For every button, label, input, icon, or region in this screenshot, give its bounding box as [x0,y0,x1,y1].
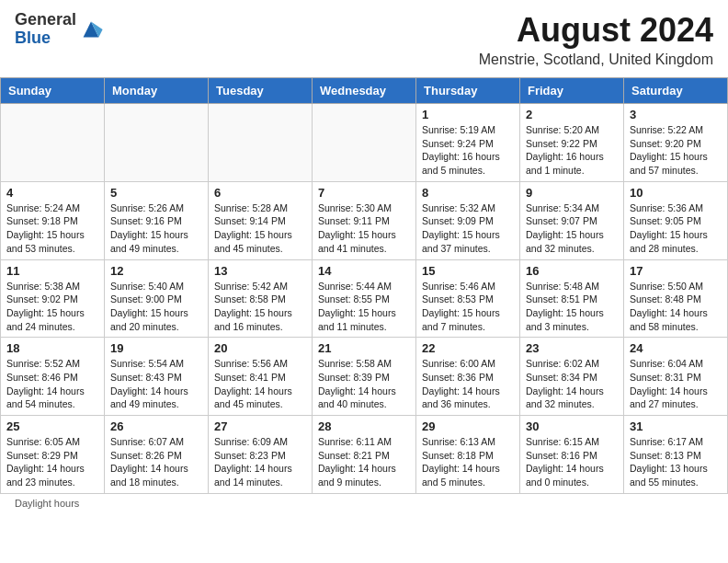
calendar-cell: 12Sunrise: 5:40 AM Sunset: 9:00 PM Dayli… [105,259,209,338]
calendar-header-tuesday: Tuesday [209,78,313,104]
calendar-cell: 20Sunrise: 5:56 AM Sunset: 8:41 PM Dayli… [209,338,313,416]
day-number: 30 [526,419,618,433]
day-info: Sunrise: 5:52 AM Sunset: 8:46 PM Dayligh… [6,357,98,411]
page-header: General Blue August 2024 Menstrie, Scotl… [0,0,728,74]
day-info: Sunrise: 5:22 AM Sunset: 9:20 PM Dayligh… [630,123,722,178]
day-number: 6 [214,186,306,200]
calendar-cell: 11Sunrise: 5:38 AM Sunset: 9:02 PM Dayli… [1,259,105,338]
calendar-cell: 25Sunrise: 6:05 AM Sunset: 8:29 PM Dayli… [1,416,105,494]
day-info: Sunrise: 6:05 AM Sunset: 8:29 PM Dayligh… [6,435,98,489]
day-number: 14 [318,264,410,278]
calendar-cell: 29Sunrise: 6:13 AM Sunset: 8:18 PM Dayli… [416,416,520,494]
calendar-cell: 15Sunrise: 5:46 AM Sunset: 8:53 PM Dayli… [416,259,520,338]
day-number: 5 [110,186,202,200]
day-number: 2 [526,108,618,121]
calendar-cell: 23Sunrise: 6:02 AM Sunset: 8:34 PM Dayli… [520,338,624,416]
day-number: 11 [6,264,98,278]
calendar-cell: 22Sunrise: 6:00 AM Sunset: 8:36 PM Dayli… [416,338,520,416]
day-number: 16 [526,264,618,278]
calendar-cell: 30Sunrise: 6:15 AM Sunset: 8:16 PM Dayli… [520,416,624,494]
calendar-header-wednesday: Wednesday [313,78,416,104]
day-number: 28 [318,419,410,433]
calendar-cell: 27Sunrise: 6:09 AM Sunset: 8:23 PM Dayli… [209,416,313,494]
calendar-cell: 18Sunrise: 5:52 AM Sunset: 8:46 PM Dayli… [1,338,105,416]
calendar-cell: 9Sunrise: 5:34 AM Sunset: 9:07 PM Daylig… [520,181,624,259]
footer-note: Daylight hours [0,494,728,514]
day-info: Sunrise: 6:11 AM Sunset: 8:21 PM Dayligh… [318,435,410,489]
logo-general: General [15,11,76,29]
day-info: Sunrise: 5:48 AM Sunset: 8:51 PM Dayligh… [526,280,618,334]
day-number: 29 [422,419,514,433]
calendar-cell: 13Sunrise: 5:42 AM Sunset: 8:58 PM Dayli… [209,259,313,338]
day-number: 26 [110,419,202,433]
day-number: 8 [422,186,514,200]
title-section: August 2024 Menstrie, Scotland, United K… [104,11,713,68]
calendar-cell: 2Sunrise: 5:20 AM Sunset: 9:22 PM Daylig… [520,104,624,182]
calendar-header-row: SundayMondayTuesdayWednesdayThursdayFrid… [1,78,728,104]
calendar-week-row: 1Sunrise: 5:19 AM Sunset: 9:24 PM Daylig… [1,104,728,182]
day-number: 10 [630,186,722,200]
day-number: 19 [110,341,202,355]
calendar-cell: 14Sunrise: 5:44 AM Sunset: 8:55 PM Dayli… [313,259,416,338]
calendar-cell: 4Sunrise: 5:24 AM Sunset: 9:18 PM Daylig… [1,181,105,259]
day-info: Sunrise: 5:42 AM Sunset: 8:58 PM Dayligh… [214,280,306,334]
day-info: Sunrise: 6:07 AM Sunset: 8:26 PM Dayligh… [110,435,202,489]
day-info: Sunrise: 5:24 AM Sunset: 9:18 PM Dayligh… [6,201,98,256]
logo-icon [78,17,104,42]
day-number: 15 [422,264,514,278]
calendar-cell [105,104,209,182]
day-info: Sunrise: 5:28 AM Sunset: 9:14 PM Dayligh… [214,201,306,256]
day-info: Sunrise: 5:20 AM Sunset: 9:22 PM Dayligh… [526,123,618,178]
calendar-header-friday: Friday [520,78,624,104]
calendar-cell: 8Sunrise: 5:32 AM Sunset: 9:09 PM Daylig… [416,181,520,259]
calendar-cell: 19Sunrise: 5:54 AM Sunset: 8:43 PM Dayli… [105,338,209,416]
logo: General Blue [15,11,104,48]
day-info: Sunrise: 5:46 AM Sunset: 8:53 PM Dayligh… [422,280,514,334]
calendar-cell: 3Sunrise: 5:22 AM Sunset: 9:20 PM Daylig… [624,104,728,182]
calendar-cell: 5Sunrise: 5:26 AM Sunset: 9:16 PM Daylig… [105,181,209,259]
day-info: Sunrise: 6:13 AM Sunset: 8:18 PM Dayligh… [422,435,514,489]
day-number: 13 [214,264,306,278]
calendar-header-thursday: Thursday [416,78,520,104]
day-info: Sunrise: 5:58 AM Sunset: 8:39 PM Dayligh… [318,357,410,411]
daylight-note: Daylight hours [15,498,79,509]
day-number: 20 [214,341,306,355]
calendar-cell [209,104,313,182]
day-info: Sunrise: 6:09 AM Sunset: 8:23 PM Dayligh… [214,435,306,489]
day-number: 22 [422,341,514,355]
day-info: Sunrise: 6:02 AM Sunset: 8:34 PM Dayligh… [526,357,618,411]
day-number: 1 [422,108,514,121]
day-number: 18 [6,341,98,355]
day-number: 7 [318,186,410,200]
day-info: Sunrise: 6:00 AM Sunset: 8:36 PM Dayligh… [422,357,514,411]
day-info: Sunrise: 5:50 AM Sunset: 8:48 PM Dayligh… [630,280,722,334]
location: Menstrie, Scotland, United Kingdom [104,52,713,68]
day-info: Sunrise: 5:26 AM Sunset: 9:16 PM Dayligh… [110,201,202,256]
calendar-cell: 17Sunrise: 5:50 AM Sunset: 8:48 PM Dayli… [624,259,728,338]
day-number: 3 [630,108,722,121]
calendar-week-row: 11Sunrise: 5:38 AM Sunset: 9:02 PM Dayli… [1,259,728,338]
day-info: Sunrise: 5:34 AM Sunset: 9:07 PM Dayligh… [526,201,618,256]
day-info: Sunrise: 5:38 AM Sunset: 9:02 PM Dayligh… [6,280,98,334]
calendar-cell: 6Sunrise: 5:28 AM Sunset: 9:14 PM Daylig… [209,181,313,259]
calendar-header-sunday: Sunday [1,78,105,104]
day-info: Sunrise: 5:36 AM Sunset: 9:05 PM Dayligh… [630,201,722,256]
calendar-cell [1,104,105,182]
calendar-cell [313,104,416,182]
day-number: 9 [526,186,618,200]
day-number: 17 [630,264,722,278]
calendar-cell: 7Sunrise: 5:30 AM Sunset: 9:11 PM Daylig… [313,181,416,259]
day-info: Sunrise: 5:30 AM Sunset: 9:11 PM Dayligh… [318,201,410,256]
calendar-cell: 24Sunrise: 6:04 AM Sunset: 8:31 PM Dayli… [624,338,728,416]
calendar-cell: 21Sunrise: 5:58 AM Sunset: 8:39 PM Dayli… [313,338,416,416]
calendar-cell: 16Sunrise: 5:48 AM Sunset: 8:51 PM Dayli… [520,259,624,338]
day-number: 24 [630,341,722,355]
calendar-week-row: 18Sunrise: 5:52 AM Sunset: 8:46 PM Dayli… [1,338,728,416]
calendar-week-row: 4Sunrise: 5:24 AM Sunset: 9:18 PM Daylig… [1,181,728,259]
day-number: 23 [526,341,618,355]
day-number: 4 [6,186,98,200]
month-title: August 2024 [104,11,713,50]
calendar-cell: 31Sunrise: 6:17 AM Sunset: 8:13 PM Dayli… [624,416,728,494]
day-info: Sunrise: 5:40 AM Sunset: 9:00 PM Dayligh… [110,280,202,334]
calendar-cell: 10Sunrise: 5:36 AM Sunset: 9:05 PM Dayli… [624,181,728,259]
